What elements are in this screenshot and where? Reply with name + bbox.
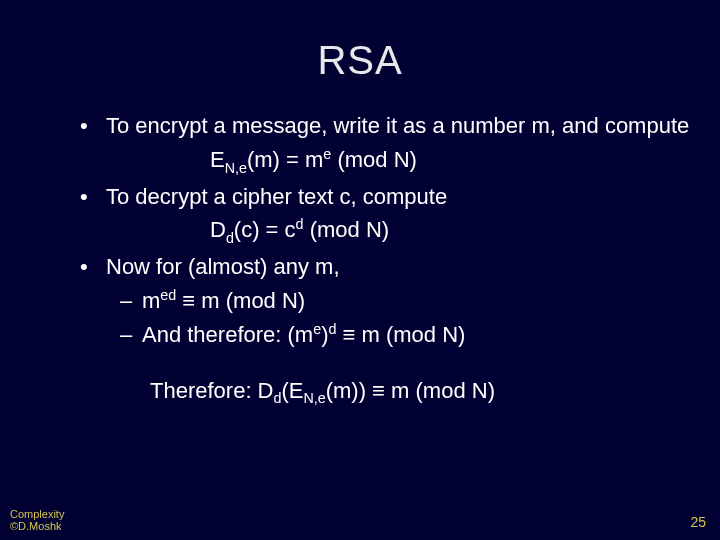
f-sup: e xyxy=(313,321,321,337)
f-part: m xyxy=(142,288,160,313)
f-part: (m)) ≡ m (mod N) xyxy=(326,378,495,403)
page-number: 25 xyxy=(690,514,706,530)
slide: RSA To encrypt a message, write it as a … xyxy=(0,0,720,540)
footer-line1: Complexity xyxy=(10,508,64,520)
f-part: (mod N) xyxy=(331,147,417,172)
f-sub: N,e xyxy=(225,159,247,175)
f-part: (E xyxy=(281,378,303,403)
f-sup: ed xyxy=(160,287,176,303)
f-sub: d xyxy=(226,230,234,246)
formula-decrypt: Dd(c) = cd (mod N) xyxy=(80,215,690,248)
subbullet-med: med ≡ m (mod N) xyxy=(80,286,690,316)
f-part: ≡ m (mod N) xyxy=(336,322,465,347)
bullet-decrypt: To decrypt a cipher text c, compute xyxy=(80,182,690,212)
f-sub: N,e xyxy=(303,391,325,407)
footer-left: Complexity ©D.Moshk xyxy=(10,508,64,532)
f-part: (m) = m xyxy=(247,147,323,172)
bullet-text: Now for (almost) any m, xyxy=(106,254,340,279)
bullet-encrypt: To encrypt a message, write it as a numb… xyxy=(80,111,690,141)
conclusion-line: Therefore: Dd(EN,e(m)) ≡ m (mod N) xyxy=(80,376,690,409)
f-part: And therefore: (m xyxy=(142,322,313,347)
f-part: (c) = c xyxy=(234,218,296,243)
f-part: ≡ m (mod N) xyxy=(176,288,305,313)
f-part: E xyxy=(210,147,225,172)
slide-title: RSA xyxy=(0,0,720,83)
slide-content: To encrypt a message, write it as a numb… xyxy=(0,83,720,409)
footer-line2: ©D.Moshk xyxy=(10,520,64,532)
f-part: Therefore: D xyxy=(150,378,274,403)
bullet-text: To decrypt a cipher text c, compute xyxy=(106,184,447,209)
f-part: (mod N) xyxy=(304,218,390,243)
subbullet-therefore: And therefore: (me)d ≡ m (mod N) xyxy=(80,320,690,350)
bullet-anym: Now for (almost) any m, xyxy=(80,252,690,282)
bullet-text: To encrypt a message, write it as a numb… xyxy=(106,113,689,138)
formula-encrypt: EN,e(m) = me (mod N) xyxy=(80,145,690,178)
f-part: D xyxy=(210,218,226,243)
f-sup: d xyxy=(296,216,304,232)
